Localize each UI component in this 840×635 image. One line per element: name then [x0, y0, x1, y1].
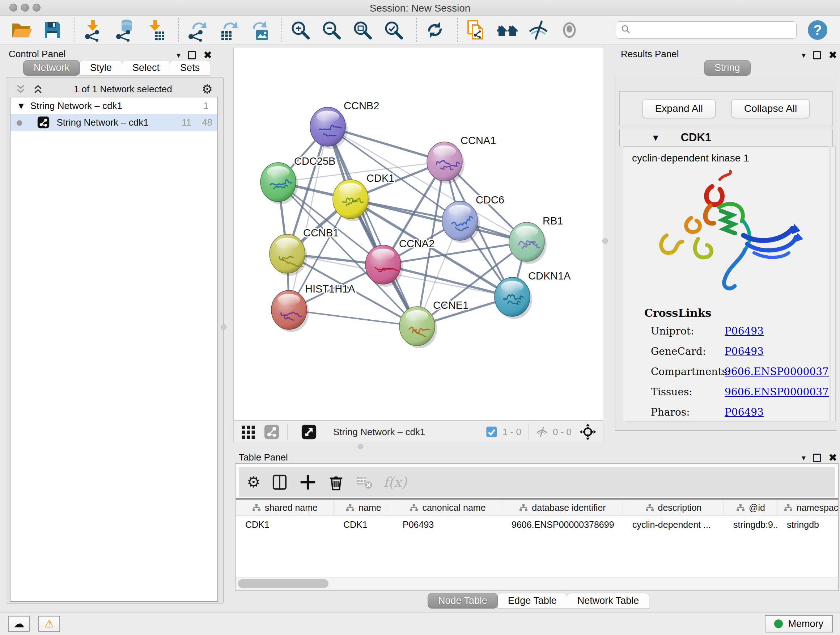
control-panel-close-icon[interactable]: ✖ — [203, 50, 212, 60]
import-network-from-file-button[interactable] — [82, 19, 105, 42]
expand-all-button[interactable]: Expand All — [643, 99, 715, 118]
crosslink-value-link[interactable]: P06493 — [725, 325, 764, 337]
export-table-button[interactable] — [216, 19, 240, 42]
tab-select[interactable]: Select — [122, 60, 170, 76]
show-all-button[interactable] — [558, 19, 581, 42]
toolbar-separator — [178, 18, 179, 42]
network-node-ccna2[interactable] — [365, 245, 403, 287]
tab-sets[interactable]: Sets — [170, 60, 210, 76]
result-entry-header[interactable]: ▼ CDK1 — [619, 129, 833, 146]
warnings-button[interactable]: ⚠ — [38, 616, 60, 632]
open-session-button[interactable] — [9, 19, 33, 42]
table-horizontal-scrollbar[interactable] — [236, 577, 838, 590]
import-network-from-database-button[interactable] — [113, 19, 136, 42]
network-node-cdk1[interactable] — [333, 180, 370, 221]
network-node-hist1h1a[interactable] — [271, 290, 309, 332]
export-network-button[interactable] — [185, 19, 208, 42]
hidden-eye-slash-icon[interactable] — [535, 425, 548, 439]
save-session-button[interactable] — [41, 19, 64, 42]
network-node-cdkn1a[interactable] — [494, 277, 532, 319]
table-panel-collapse-icon[interactable]: ▾ — [802, 453, 806, 462]
results-panel-float-icon[interactable] — [813, 51, 821, 59]
memory-button[interactable]: Memory — [765, 615, 833, 632]
selected-checkbox-icon[interactable] — [485, 425, 498, 439]
export-image-button[interactable] — [248, 19, 271, 42]
crosslink-value-link[interactable]: P06493 — [725, 345, 764, 357]
table-options-gear-icon[interactable]: ⚙ — [247, 475, 261, 490]
cloud-status-button[interactable]: ☁ — [8, 616, 30, 632]
network-node-ccne1[interactable] — [399, 307, 437, 348]
entry-collapse-icon[interactable]: ▼ — [653, 134, 658, 141]
status-bar: ☁ ⚠ Memory — [0, 613, 840, 635]
tab-network-table[interactable]: Network Table — [567, 593, 650, 608]
grid-view-icon[interactable] — [240, 424, 257, 440]
hidden-node-edge-counts: 0 - 0 — [553, 426, 572, 438]
network-node-rb1[interactable] — [509, 222, 546, 264]
column-header-canonical-name[interactable]: canonical name — [393, 500, 502, 516]
import-table-from-file-button[interactable] — [144, 19, 167, 42]
right-splitter-handle[interactable] — [602, 238, 608, 244]
crosslink-value-link[interactable]: 9606.ENSP00000378699 — [725, 386, 829, 398]
expand-all-networks-icon[interactable] — [32, 84, 44, 95]
zoom-fit-button[interactable] — [351, 19, 374, 42]
column-header-namespace[interactable]: namespace — [777, 500, 838, 516]
network-node-ccna1[interactable] — [427, 142, 464, 184]
first-neighbors-button[interactable] — [496, 19, 519, 42]
network-badge-icon[interactable] — [264, 424, 280, 440]
crosslink-label: Compartments: — [651, 366, 725, 378]
table-row[interactable]: CDK1CDK1P064939606.ENSP00000378699cyclin… — [236, 516, 838, 532]
birdseye-view-icon[interactable] — [301, 424, 317, 440]
delete-column-icon[interactable] — [327, 473, 345, 491]
control-panel-collapse-icon[interactable]: ▾ — [177, 51, 180, 60]
crosslink-value-link[interactable]: 9606.ENSP00000378699 — [725, 366, 829, 378]
fit-selected-crosshair-icon[interactable] — [579, 423, 597, 441]
collapse-all-button[interactable]: Collapse All — [731, 99, 810, 118]
crosslink-label: Pharos: — [651, 406, 725, 418]
tab-node-table[interactable]: Node Table — [428, 593, 498, 608]
zoom-out-button[interactable] — [320, 19, 343, 42]
edge-ccnb2-ccne1[interactable] — [328, 127, 417, 326]
tab-edge-table[interactable]: Edge Table — [497, 593, 567, 608]
network-options-gear-icon[interactable]: ⚙ — [202, 82, 213, 96]
table-panel-float-icon[interactable] — [813, 454, 821, 462]
network-node-cdc25b[interactable] — [261, 163, 298, 204]
results-scrollbar[interactable] — [831, 146, 836, 421]
search-input[interactable] — [634, 24, 792, 36]
column-header-database-identifier[interactable]: database identifier — [502, 500, 623, 516]
results-panel-close-icon[interactable]: ✖ — [829, 50, 837, 60]
application-window: Session: New Session ? Control Panel ▾ ✖… — [0, 0, 840, 635]
refresh-view-button[interactable] — [423, 19, 447, 42]
current-network-dot-icon: ● — [16, 118, 22, 127]
column-header-description[interactable]: description — [623, 500, 724, 516]
results-panel-collapse-icon[interactable]: ▾ — [802, 51, 806, 60]
zoom-in-button[interactable] — [289, 19, 312, 42]
results-tab-string[interactable]: String — [704, 60, 751, 76]
hide-selected-button[interactable] — [527, 19, 550, 42]
crosslink-value-link[interactable]: P06493 — [725, 406, 764, 418]
function-builder-icon-disabled: f(x) — [384, 474, 407, 490]
collapse-all-networks-icon[interactable] — [14, 84, 27, 95]
tree-expand-icon[interactable]: ▼ — [19, 102, 24, 110]
column-header-shared-name[interactable]: shared name — [236, 500, 334, 516]
help-button[interactable]: ? — [806, 19, 829, 42]
left-splitter-handle[interactable] — [221, 325, 226, 330]
scrollbar-thumb[interactable] — [238, 579, 328, 588]
network-node-ccnb2[interactable] — [310, 107, 347, 149]
horizontal-splitter-handle[interactable] — [358, 444, 363, 449]
tab-style[interactable]: Style — [80, 60, 122, 76]
copy-network-button[interactable] — [464, 19, 488, 42]
column-header-id[interactable]: @id — [724, 500, 777, 516]
column-header-name[interactable]: name — [334, 500, 393, 516]
zoom-selected-button[interactable] — [382, 19, 405, 42]
protein-structure-image — [636, 165, 816, 305]
edge-ccnb2-hist1h1a[interactable] — [289, 127, 328, 310]
show-columns-icon[interactable] — [271, 473, 289, 491]
network-row-selected[interactable]: ● String Network – cdk1 11 48 — [11, 114, 218, 131]
control-panel-float-icon[interactable] — [188, 51, 196, 59]
add-column-icon[interactable] — [299, 473, 317, 491]
network-view-canvas[interactable]: CCNB2CCNA1CDC25BCDK1CDC6RB1CCNB1CCNA2CDK… — [233, 47, 603, 421]
network-collection-row[interactable]: ▼ String Network – cdk1 1 — [11, 97, 218, 114]
network-node-cdc6[interactable] — [442, 201, 480, 243]
table-panel-close-icon[interactable]: ✖ — [829, 453, 837, 463]
tab-network[interactable]: Network — [23, 60, 80, 76]
